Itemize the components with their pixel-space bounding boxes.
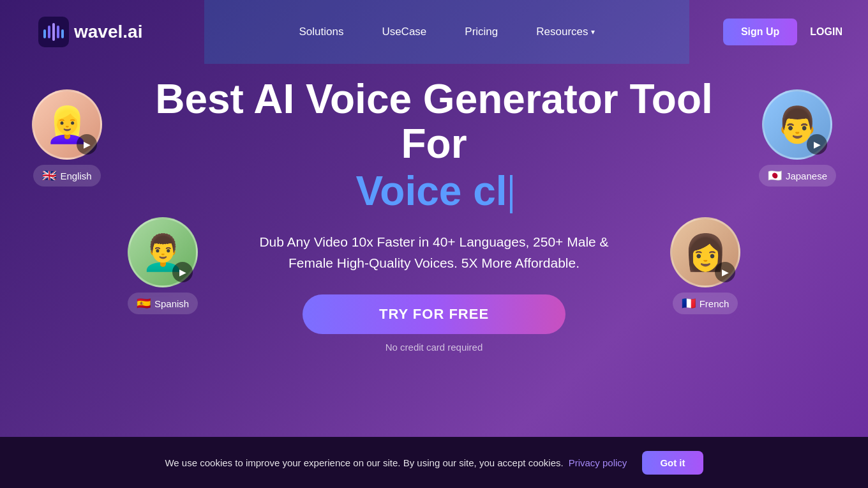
play-spanish-icon[interactable]: ▶ (172, 262, 193, 282)
avatar-english: 👱‍♀️ ▶ 🇬🇧 English (32, 89, 102, 187)
svg-rect-5 (61, 29, 64, 38)
play-english-icon[interactable]: ▶ (77, 134, 97, 155)
nav-resources[interactable]: Resources ▾ (536, 26, 594, 38)
logo[interactable]: wavel.ai (0, 17, 204, 47)
avatar-spanish: 👨‍🦱 ▶ 🇪🇸 Spanish (128, 217, 198, 314)
french-flag-icon: 🇫🇷 (682, 296, 696, 310)
avatar-english-wrap: 👱‍♀️ ▶ (32, 89, 102, 160)
play-french-icon[interactable]: ▶ (715, 262, 735, 282)
play-japanese-icon[interactable]: ▶ (807, 134, 827, 155)
spanish-badge: 🇪🇸 Spanish (128, 293, 198, 314)
japanese-label: Japanese (786, 171, 827, 181)
cookie-text: We use cookies to improve your experienc… (165, 457, 563, 468)
svg-rect-1 (43, 29, 46, 38)
hero-subtitle: Voice cl (355, 167, 512, 216)
svg-rect-2 (48, 26, 50, 38)
svg-rect-3 (52, 23, 55, 41)
chevron-down-icon: ▾ (591, 27, 595, 36)
try-for-free-button[interactable]: TRY FOR FREE (303, 294, 565, 334)
avatar-french: 👩 ▶ 🇫🇷 French (670, 217, 740, 314)
cursor-blink (510, 175, 513, 213)
cookie-banner: We use cookies to improve your experienc… (0, 437, 868, 488)
japanese-badge: 🇯🇵 Japanese (759, 165, 836, 187)
japanese-flag-icon: 🇯🇵 (768, 169, 782, 183)
avatar-spanish-wrap: 👨‍🦱 ▶ (128, 217, 198, 287)
avatar-french-wrap: 👩 ▶ (670, 217, 740, 287)
french-label: French (700, 298, 730, 309)
nav-links: Solutions UseCase Pricing Resources ▾ (204, 0, 689, 64)
nav-pricing[interactable]: Pricing (465, 26, 498, 38)
svg-rect-4 (57, 26, 59, 38)
spanish-flag-icon: 🇪🇸 (137, 296, 151, 310)
navbar: wavel.ai Solutions UseCase Pricing Resou… (0, 0, 868, 64)
no-credit-card-label: No credit card required (385, 342, 483, 353)
hero-description: Dub Any Video 10x Faster in 40+ Language… (236, 231, 632, 274)
nav-solutions[interactable]: Solutions (299, 26, 343, 38)
login-button[interactable]: LOGIN (810, 26, 842, 38)
got-it-button[interactable]: Got it (642, 451, 703, 475)
avatar-japanese-wrap: 👨 ▶ (762, 89, 832, 160)
logo-text: wavel.ai (74, 22, 142, 42)
english-badge: 🇬🇧 English (33, 165, 100, 187)
english-flag-icon: 🇬🇧 (42, 169, 56, 183)
privacy-policy-link[interactable]: Privacy policy (569, 457, 627, 468)
hero-title: Best AI Voice Generator Tool For (147, 77, 721, 167)
english-label: English (60, 171, 91, 181)
spanish-label: Spanish (154, 298, 189, 309)
nav-usecase[interactable]: UseCase (382, 26, 426, 38)
signup-button[interactable]: Sign Up (723, 19, 797, 45)
nav-actions: Sign Up LOGIN (689, 19, 868, 45)
avatar-japanese: 👨 ▶ 🇯🇵 Japanese (759, 89, 836, 187)
french-badge: 🇫🇷 French (673, 293, 738, 314)
